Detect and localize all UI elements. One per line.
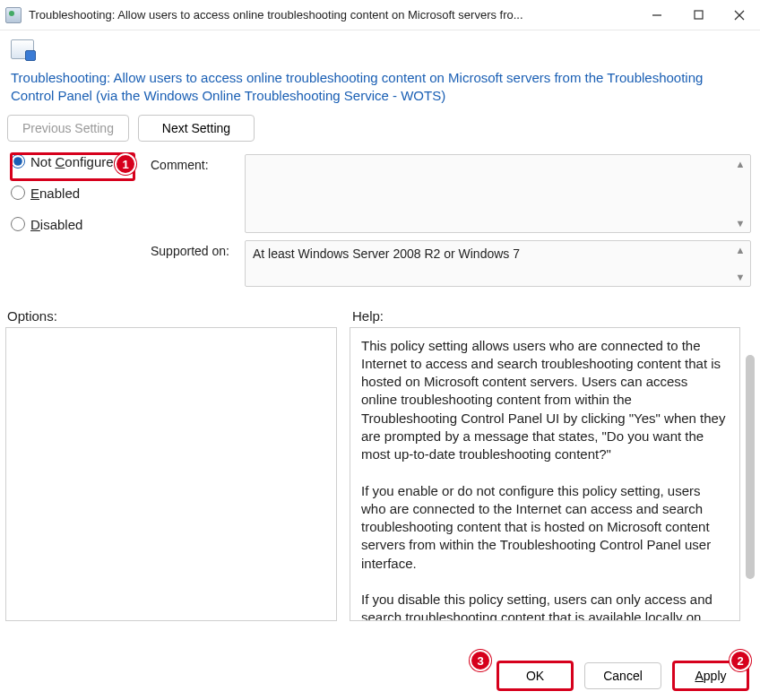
scroll-up-icon[interactable]: ▲ xyxy=(734,158,747,170)
app-icon xyxy=(5,7,22,23)
help-text: This policy setting allows users who are… xyxy=(350,328,739,620)
scroll-down-icon[interactable]: ▼ xyxy=(734,271,747,283)
policy-title: Troubleshooting: Allow users to access o… xyxy=(0,67,760,115)
options-label: Options: xyxy=(7,308,57,324)
maximize-icon xyxy=(694,10,704,20)
annotation-badge-1: 1 xyxy=(115,153,136,175)
state-not-configured-radio[interactable] xyxy=(11,154,25,169)
comment-label: Comment: xyxy=(151,154,245,172)
help-pane: This policy setting allows users who are… xyxy=(350,327,740,621)
state-enabled-label: Enabled xyxy=(30,186,80,201)
apply-accelerator: A xyxy=(695,669,703,683)
scroll-down-icon[interactable]: ▼ xyxy=(734,217,747,229)
state-disabled[interactable]: Disabled xyxy=(7,215,142,234)
close-icon xyxy=(734,10,745,21)
supported-on-field: At least Windows Server 2008 R2 or Windo… xyxy=(245,240,751,287)
minimize-icon xyxy=(652,10,662,21)
svg-rect-1 xyxy=(695,11,703,19)
state-disabled-label: Disabled xyxy=(30,217,82,232)
comment-value xyxy=(246,155,750,166)
previous-setting-button[interactable]: Previous Setting xyxy=(7,115,129,142)
supported-on-value: At least Windows Server 2008 R2 or Windo… xyxy=(246,241,750,266)
vertical-scrollbar[interactable] xyxy=(746,355,755,579)
policy-icon xyxy=(11,39,34,59)
annotation-badge-2: 2 xyxy=(730,650,751,671)
next-setting-button[interactable]: Next Setting xyxy=(138,115,255,142)
state-disabled-radio[interactable] xyxy=(11,217,25,231)
apply-rest: pply xyxy=(704,669,727,683)
scroll-up-icon[interactable]: ▲ xyxy=(734,244,747,256)
comment-field[interactable]: ▲ ▼ xyxy=(245,154,751,233)
help-label: Help: xyxy=(352,308,384,324)
minimize-button[interactable] xyxy=(636,0,678,30)
window-title: Troubleshooting: Allow users to access o… xyxy=(29,8,523,22)
options-pane xyxy=(5,327,337,621)
cancel-button[interactable]: Cancel xyxy=(584,662,661,689)
ok-button[interactable]: OK xyxy=(497,661,574,691)
state-not-configured-label: Not Configured xyxy=(30,154,121,169)
close-button[interactable] xyxy=(719,0,760,30)
window-titlebar: Troubleshooting: Allow users to access o… xyxy=(0,0,760,30)
state-enabled-radio[interactable] xyxy=(11,186,25,200)
supported-on-label: Supported on: xyxy=(151,240,245,258)
state-enabled[interactable]: Enabled xyxy=(7,184,142,203)
maximize-button[interactable] xyxy=(678,0,719,30)
annotation-badge-3: 3 xyxy=(470,650,491,671)
